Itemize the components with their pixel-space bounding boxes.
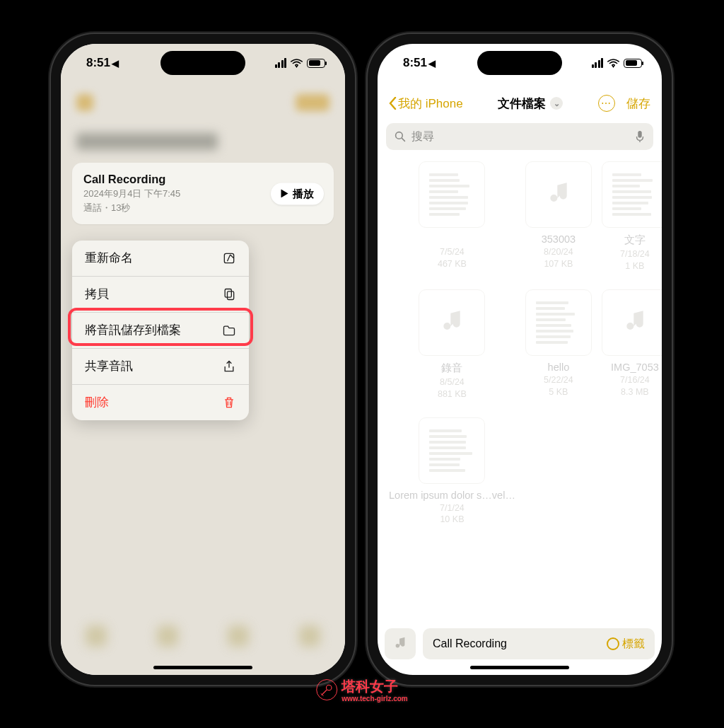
watermark-text: 塔科女子 bbox=[341, 678, 398, 694]
file-meta: 7/18/241 KB bbox=[602, 248, 662, 272]
file-name: 文字 bbox=[602, 233, 662, 247]
cellular-icon bbox=[275, 58, 287, 68]
file-item[interactable]: 錄音8/5/24881 KB bbox=[389, 289, 515, 400]
blurred-tabbar bbox=[61, 613, 345, 659]
battery-icon bbox=[307, 59, 325, 68]
battery-icon bbox=[624, 59, 642, 68]
audio-icon bbox=[602, 289, 662, 356]
phone-left: 8:51◀ Call Recording 2024年9月4日 下午7:45 通話… bbox=[51, 34, 355, 685]
wifi-icon bbox=[607, 59, 619, 68]
file-type-icon bbox=[385, 628, 416, 659]
search-input[interactable]: 搜尋 bbox=[386, 123, 653, 150]
filename-value: Call Recording bbox=[433, 637, 507, 650]
svg-point-5 bbox=[326, 685, 332, 691]
play-label: 播放 bbox=[293, 187, 314, 200]
screen-left: 8:51◀ Call Recording 2024年9月4日 下午7:45 通話… bbox=[61, 44, 345, 675]
context-menu: 重新命名 拷貝 將音訊儲存到檔案 共享音訊 刪除 bbox=[72, 241, 249, 420]
file-item[interactable]: 文字7/18/241 KB bbox=[602, 161, 662, 272]
mic-icon[interactable] bbox=[635, 130, 645, 143]
menu-rename-label: 重新命名 bbox=[85, 250, 133, 266]
location-arrow-icon: ◀ bbox=[112, 58, 119, 69]
watermark-icon bbox=[316, 679, 337, 700]
save-bar: Call Recording 標籤 bbox=[385, 627, 655, 661]
play-button[interactable]: 播放 bbox=[271, 183, 324, 204]
file-meta: 7/5/24467 KB bbox=[389, 246, 515, 270]
menu-share-audio[interactable]: 共享音訊 bbox=[72, 349, 249, 385]
share-icon bbox=[222, 359, 236, 374]
audio-icon bbox=[525, 161, 592, 228]
file-name: IMG_7053 bbox=[602, 362, 662, 373]
document-icon bbox=[419, 161, 485, 228]
dynamic-island bbox=[160, 51, 245, 75]
folder-title-label: 文件檔案 bbox=[498, 96, 546, 112]
file-name bbox=[389, 233, 515, 245]
compose-icon bbox=[222, 251, 236, 265]
wifi-icon bbox=[291, 59, 303, 68]
watermark: 塔科女子 www.tech-girlz.com bbox=[316, 677, 408, 703]
svg-rect-4 bbox=[638, 131, 641, 138]
file-item[interactable]: 3530038/20/24107 KB bbox=[525, 161, 592, 272]
file-name: hello bbox=[525, 362, 592, 373]
search-icon bbox=[395, 131, 406, 142]
tag-icon bbox=[607, 637, 619, 650]
watermark-url: www.tech-girlz.com bbox=[341, 695, 408, 703]
svg-rect-2 bbox=[228, 291, 234, 300]
copy-icon bbox=[222, 287, 236, 301]
file-item[interactable]: IMG_70537/16/248.3 MB bbox=[602, 289, 662, 400]
dynamic-island bbox=[477, 51, 562, 75]
audio-icon bbox=[419, 289, 485, 356]
file-meta: 7/16/248.3 MB bbox=[602, 374, 662, 398]
file-name: Lorem ipsum dolor s…vel… bbox=[389, 490, 515, 501]
files-header: 我的 iPhone 文件檔案 ⌄ ⋯ 儲存 bbox=[378, 88, 662, 119]
menu-save-audio-label: 將音訊儲存到檔案 bbox=[85, 323, 181, 338]
phone-right: 8:51◀ 我的 iPhone 文件檔案 ⌄ ⋯ 儲存 搜尋 bbox=[368, 34, 672, 685]
file-meta: 8/5/24881 KB bbox=[389, 376, 515, 400]
blurred-title bbox=[76, 133, 218, 150]
status-time: 8:51◀ bbox=[86, 56, 119, 70]
files-grid[interactable]: 7/5/24467 KB3530038/20/24107 KB文字7/18/24… bbox=[389, 161, 650, 620]
location-arrow-icon: ◀ bbox=[428, 58, 436, 69]
search-placeholder: 搜尋 bbox=[411, 129, 434, 144]
folder-icon bbox=[222, 323, 236, 337]
screen-right: 8:51◀ 我的 iPhone 文件檔案 ⌄ ⋯ 儲存 搜尋 bbox=[378, 44, 662, 675]
blurred-toolbar bbox=[61, 83, 345, 122]
file-item[interactable]: 7/5/24467 KB bbox=[389, 161, 515, 272]
file-meta: 5/22/245 KB bbox=[525, 374, 592, 398]
svg-point-3 bbox=[396, 132, 403, 139]
menu-share-audio-label: 共享音訊 bbox=[85, 359, 133, 374]
svg-rect-1 bbox=[225, 289, 231, 298]
document-icon bbox=[602, 161, 662, 228]
file-name: 錄音 bbox=[389, 362, 515, 375]
cellular-icon bbox=[592, 58, 604, 68]
home-indicator bbox=[470, 666, 569, 669]
menu-delete[interactable]: 刪除 bbox=[72, 385, 249, 420]
filename-field[interactable]: Call Recording 標籤 bbox=[423, 628, 655, 659]
file-meta: 7/1/2410 KB bbox=[389, 502, 515, 526]
file-name: 353003 bbox=[525, 233, 592, 245]
save-button[interactable]: 儲存 bbox=[626, 96, 650, 112]
chevron-down-icon: ⌄ bbox=[550, 97, 563, 110]
menu-copy-label: 拷貝 bbox=[85, 287, 109, 302]
menu-delete-label: 刪除 bbox=[85, 395, 109, 410]
file-item[interactable]: hello5/22/245 KB bbox=[525, 289, 592, 400]
play-icon bbox=[281, 190, 288, 198]
file-meta: 8/20/24107 KB bbox=[525, 246, 592, 270]
status-time: 8:51◀ bbox=[403, 56, 436, 70]
back-button[interactable]: 我的 iPhone bbox=[389, 96, 463, 112]
tag-button[interactable]: 標籤 bbox=[607, 637, 645, 652]
document-icon bbox=[525, 289, 592, 356]
menu-rename[interactable]: 重新命名 bbox=[72, 241, 249, 277]
file-item[interactable]: Lorem ipsum dolor s…vel…7/1/2410 KB bbox=[389, 417, 515, 526]
menu-copy[interactable]: 拷貝 bbox=[72, 277, 249, 313]
document-icon bbox=[419, 417, 485, 484]
trash-icon bbox=[222, 395, 236, 410]
menu-save-audio[interactable]: 將音訊儲存到檔案 bbox=[72, 313, 249, 349]
tag-label: 標籤 bbox=[622, 637, 645, 652]
more-button[interactable]: ⋯ bbox=[598, 95, 615, 112]
back-label: 我的 iPhone bbox=[398, 96, 463, 112]
recording-card[interactable]: Call Recording 2024年9月4日 下午7:45 通話・13秒 播… bbox=[72, 163, 334, 224]
home-indicator bbox=[153, 666, 252, 669]
chevron-left-icon bbox=[389, 97, 397, 110]
folder-title[interactable]: 文件檔案 ⌄ bbox=[498, 96, 563, 112]
